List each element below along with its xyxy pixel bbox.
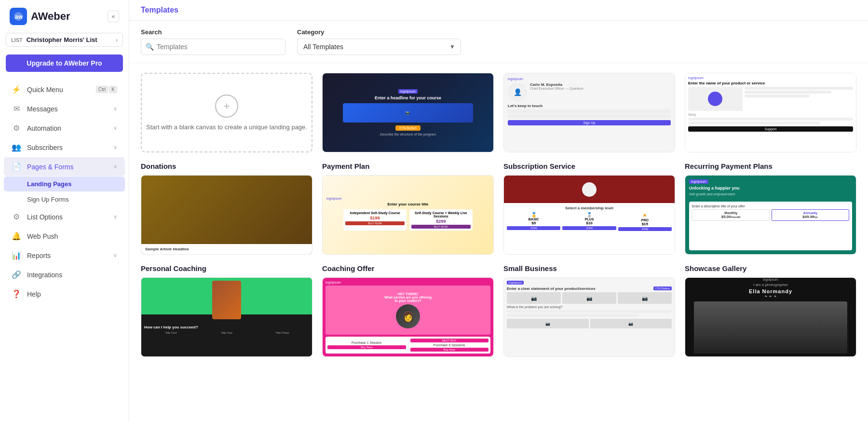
help-icon: ❓ bbox=[12, 289, 21, 299]
showcase-decoration: ❧ ❧ ❧ bbox=[764, 294, 776, 299]
main-nav: ⚡ Quick Menu Ctrl K ✉ Messages ∨ ⚙ Autom… bbox=[0, 80, 129, 304]
breadcrumb-templates[interactable]: Templates bbox=[141, 6, 178, 14]
template-card-personal-coaching[interactable]: Personal Coaching How can I help you suc… bbox=[141, 264, 312, 357]
reports-icon: 📊 bbox=[12, 251, 21, 260]
coaching-offer-preview: logolpsum HEY THERE!What service are you… bbox=[323, 278, 493, 356]
category-select[interactable]: All Templates Business Personal Coaching… bbox=[297, 39, 461, 55]
template-card-small-business[interactable]: Small Business logolpsum Enter a clear s… bbox=[503, 264, 675, 357]
breadcrumb: Templates bbox=[141, 6, 178, 14]
recurring-sub: Self growth and empowerment bbox=[689, 192, 852, 196]
pages-forms-chevron-icon: ∧ bbox=[113, 163, 117, 170]
subscription-service-title: Subscription Service bbox=[503, 162, 675, 170]
sb-tag: logolpsum bbox=[507, 281, 524, 285]
sub-cta: Select a membership level bbox=[565, 206, 613, 210]
category-label: Category bbox=[297, 28, 461, 36]
search-input[interactable] bbox=[141, 39, 285, 55]
sidebar-item-help[interactable]: ❓ Help bbox=[4, 285, 125, 303]
donations-footer: Sample Article Headline bbox=[141, 244, 312, 254]
template-thumb-donations: Sample Article Headline bbox=[141, 175, 312, 255]
sb-images: 📷 📷 📷 bbox=[507, 292, 672, 304]
course-image-placeholder: 📷 bbox=[343, 103, 473, 123]
showcase-photo bbox=[694, 301, 848, 354]
logo-label: AWeber bbox=[31, 10, 70, 23]
template-card-product[interactable]: logolpsum Enter the name of your product… bbox=[685, 73, 856, 152]
sidebar-item-quick-menu[interactable]: ⚡ Quick Menu Ctrl K bbox=[4, 80, 125, 99]
sidebar-item-integrations[interactable]: 🔗 Integrations bbox=[4, 265, 125, 284]
template-thumb-small-business: logolpsum Enter a clear statement of you… bbox=[503, 277, 675, 357]
main-content: Templates Search 🔍 Category All Template… bbox=[129, 0, 868, 422]
course-btn: CTA Button bbox=[395, 125, 420, 131]
sidebar-item-automation[interactable]: ⚙ Automation ∨ bbox=[4, 119, 125, 137]
search-input-wrap: 🔍 bbox=[141, 39, 285, 55]
sidebar-item-pages-forms[interactable]: 📄 Pages & Forms ∧ bbox=[4, 157, 125, 176]
template-grid-container: + Start with a blank canvas to create a … bbox=[129, 63, 868, 422]
sign-up-forms-label: Sign Up Forms bbox=[27, 196, 69, 203]
template-grid: + Start with a blank canvas to create a … bbox=[141, 73, 856, 357]
top-bar: Templates bbox=[129, 0, 868, 21]
pc-dark-section: How can I help you succeed? Title One Ti… bbox=[141, 314, 312, 357]
search-section: Search 🔍 Category All Templates Business… bbox=[129, 21, 868, 63]
list-selector[interactable]: List Christopher Morris' List › bbox=[6, 33, 123, 47]
search-group: Search 🔍 bbox=[141, 28, 285, 55]
list-selector-chevron-icon: › bbox=[116, 37, 118, 43]
collapse-sidebar-button[interactable]: « bbox=[108, 11, 119, 22]
search-label: Search bbox=[141, 28, 285, 36]
template-thumb-subscription: Select a membership level 🥇 BASIC $5 JOI… bbox=[503, 175, 675, 255]
template-card-subscription-service[interactable]: Subscription Service Select a membership… bbox=[503, 162, 675, 255]
showcase-person-name: Ella Normandy bbox=[749, 288, 792, 294]
template-thumb-product: logolpsum Enter the name of your product… bbox=[685, 73, 856, 152]
upgrade-button[interactable]: Upgrade to AWeber Pro bbox=[6, 54, 123, 72]
integrations-icon: 🔗 bbox=[12, 270, 21, 279]
sub-header bbox=[504, 176, 675, 203]
co-pricing: Purchase 1 Session Buy Now BEST BUY Purc… bbox=[326, 337, 490, 354]
sb-btn: CTA Button bbox=[653, 286, 672, 290]
sb-line1 bbox=[507, 310, 672, 313]
template-card-donations[interactable]: Donations Sample Article Headline bbox=[141, 162, 312, 255]
blank-canvas[interactable]: + Start with a blank canvas to create a … bbox=[141, 73, 312, 152]
plus-icon: + bbox=[215, 95, 238, 118]
template-card-contact[interactable]: logolpsum 👤 Carlo M. Esposita Chief Exec… bbox=[503, 73, 675, 152]
list-label: List bbox=[11, 37, 23, 43]
sidebar-item-label: Quick Menu bbox=[27, 86, 90, 94]
sidebar-item-label: List Options bbox=[27, 213, 108, 221]
donations-footer-text: Sample Article Headline bbox=[145, 247, 308, 251]
co-session6: BEST BUY Purchase 6 Sessions Buy Now bbox=[410, 339, 489, 352]
donations-preview: Sample Article Headline bbox=[141, 176, 312, 254]
showcase-tag: logolpsum bbox=[763, 278, 778, 281]
sidebar-item-subscribers[interactable]: 👥 Subscribers ∨ bbox=[4, 138, 125, 157]
sidebar-item-landing-pages[interactable]: Landing Pages bbox=[4, 177, 125, 191]
template-card-showcase-gallery[interactable]: Showcase Gallery logolpsum I am a photog… bbox=[685, 264, 856, 357]
subscription-preview: Select a membership level 🥇 BASIC $5 JOI… bbox=[504, 176, 675, 254]
sidebar-item-label: Messages bbox=[27, 105, 108, 113]
sb-img3: 📷 bbox=[618, 292, 672, 304]
template-card-coaching-offer[interactable]: Coaching Offer logolpsum HEY THERE!What … bbox=[322, 264, 494, 357]
contact-role: Chief Executive Officer — Quantum bbox=[530, 87, 583, 90]
payment-title: Enter your course title bbox=[388, 202, 429, 206]
template-card-blank[interactable]: + Start with a blank canvas to create a … bbox=[141, 73, 312, 152]
co-person: 👩 bbox=[396, 304, 420, 328]
template-card-recurring[interactable]: Recurring Payment Plans logolpsum Unlock… bbox=[685, 162, 856, 255]
blank-canvas-text: Start with a blank canvas to create a un… bbox=[146, 123, 307, 131]
sidebar-item-label: Pages & Forms bbox=[27, 163, 108, 171]
category-select-wrap: All Templates Business Personal Coaching… bbox=[297, 39, 461, 55]
sidebar-item-label: Web Push bbox=[27, 232, 117, 240]
pc-titles: Title One Title Two Title Three bbox=[144, 331, 309, 334]
recurring-tag: logolpsum bbox=[689, 179, 708, 184]
sidebar-item-messages[interactable]: ✉ Messages ∨ bbox=[4, 99, 125, 118]
landing-pages-label: Landing Pages bbox=[27, 180, 71, 188]
tier-basic: 🥇 BASIC $5 JOIN bbox=[507, 212, 560, 231]
pages-forms-icon: 📄 bbox=[12, 162, 21, 171]
sidebar-item-sign-up-forms[interactable]: Sign Up Forms bbox=[4, 192, 125, 207]
sidebar-item-web-push[interactable]: 🔔 Web Push bbox=[4, 227, 125, 245]
contact-name: Carlo M. Esposita bbox=[530, 82, 583, 87]
sidebar-item-label: Help bbox=[27, 290, 117, 298]
contact-tag: logolpsum bbox=[508, 77, 671, 81]
template-card-payment-plan[interactable]: Payment Plan logolpsum Enter your course… bbox=[322, 162, 494, 255]
sidebar-item-list-options[interactable]: ⚙ List Options ∨ bbox=[4, 207, 125, 226]
contact-field2 bbox=[508, 114, 671, 118]
reports-chevron-icon: ∨ bbox=[113, 252, 117, 259]
search-icon: 🔍 bbox=[146, 43, 154, 51]
sidebar-item-reports[interactable]: 📊 Reports ∨ bbox=[4, 246, 125, 265]
tier-pro: ★ PRO $15 JOIN bbox=[618, 212, 672, 231]
template-card-course[interactable]: logolpsum Enter a headline for your cour… bbox=[322, 73, 494, 152]
